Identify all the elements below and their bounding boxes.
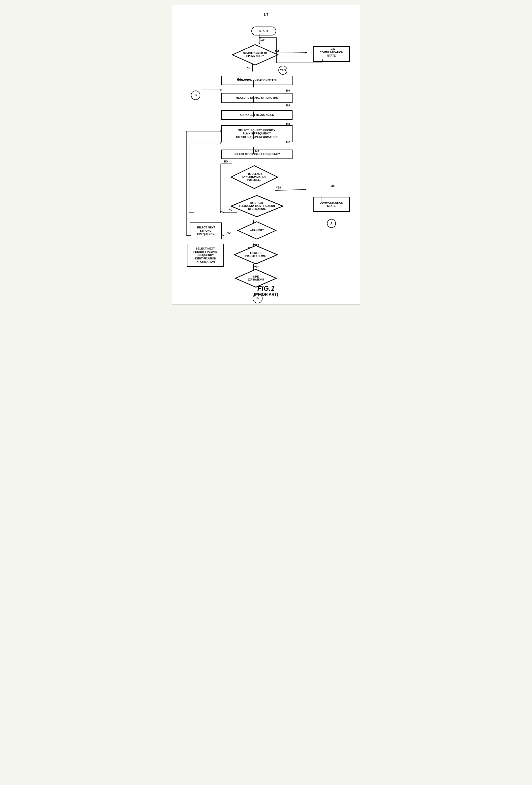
diamond-identical-freq: IDENTICALFREQUENCY IDENTIFICATIONINFORMA…	[230, 195, 284, 218]
select-sf-label: SELECT STRONGEST FREQUENCY	[234, 153, 280, 156]
start-label: START	[259, 29, 268, 32]
select-hp-label: SELECT HIGHEST-PRIORITYPLMN'S FREQUENCYI…	[236, 129, 277, 138]
svg-marker-10	[251, 70, 254, 72]
circle-b-bottom-label: B	[257, 297, 259, 300]
diamond-weakest-text: WEAKEST?	[249, 228, 264, 232]
comm-state-1: COMMUNICATIONSTATE	[313, 46, 350, 62]
diamond-weakest: WEAKEST?	[237, 221, 277, 240]
diamond-time-exp: TIMEEXPIRATION?	[235, 269, 277, 288]
svg-marker-31	[220, 211, 222, 213]
svg-marker-65	[220, 142, 222, 144]
svg-text:108: 108	[286, 104, 290, 107]
diamond-time-text: TIMEEXPIRATION?	[247, 275, 265, 282]
diamond-lowest-text: LOWEST-PRIORITY PLMN?	[245, 251, 267, 258]
select-next-priority-label: SELECT NEXTPRIORITY PLMN'SFREQUENCYIDENT…	[193, 247, 217, 263]
select-next-strong-label: SELECT NEXTSTRONGFREQUENCY	[196, 226, 215, 236]
arrange-label: ARRANGE FREQUENCIES	[240, 113, 274, 117]
circle-a-top-label: YES	[280, 69, 286, 72]
diamond-freq-sync-text: FREQUENCYSYNCHRONIZATIONPOSSIBLE?	[242, 172, 267, 182]
svg-text:NO: NO	[247, 67, 250, 70]
svg-text:116: 116	[330, 184, 335, 187]
diamond-lowest-priority: LOWEST-PRIORITY PLMN?	[234, 245, 278, 264]
select-strongest-freq: SELECT STRONGEST FREQUENCY	[221, 150, 293, 159]
circle-b-left: B	[191, 91, 200, 100]
svg-text:YES: YES	[254, 266, 259, 269]
comm-state-1-label: COMMUNICATIONSTATE	[320, 51, 343, 57]
circle-a-mid-label: A	[330, 222, 333, 225]
non-comm-label: NON-COMMUNICATION STATE	[237, 79, 277, 82]
comm-state-2: COMMUNICATIONSTATE	[313, 197, 350, 212]
circle-a-top: YES	[278, 66, 287, 75]
svg-marker-13	[220, 89, 222, 91]
circle-a-mid: A	[327, 219, 336, 228]
svg-text:NO: NO	[227, 231, 231, 234]
flowchart: 100 YES 102 NO	[177, 19, 355, 280]
page: 1/7 100 YES 102 NO	[172, 5, 360, 305]
select-next-strong: SELECT NEXTSTRONGFREQUENCY	[190, 223, 222, 239]
circle-b-left-label: B	[194, 94, 197, 97]
measure-signal: MEASURE SIGNAL STRENGTHS	[221, 93, 293, 103]
figure-caption: (PRIOR ART)	[177, 293, 355, 297]
svg-text:100: 100	[260, 39, 265, 41]
diamond-identical-text: IDENTICALFREQUENCY IDENTIFICATIONINFORMA…	[238, 201, 275, 211]
start-node: START	[251, 27, 276, 35]
svg-marker-73	[259, 37, 261, 39]
page-label: 1/7	[177, 12, 355, 17]
arrange-freq: ARRANGE FREQUENCIES	[221, 110, 293, 120]
svg-text:106: 106	[286, 89, 290, 92]
comm-state-2-label: COMMUNICATIONSTATE	[320, 201, 343, 208]
svg-line-33	[275, 189, 306, 191]
svg-marker-4	[305, 52, 307, 53]
diamond-synchronized: SYNCHRONIZED TOHPLMN CELL?	[232, 44, 278, 66]
svg-marker-15	[252, 85, 254, 87]
non-comm-state: NON-COMMUNICATION STATE	[221, 76, 293, 85]
measure-label: MEASURE SIGNAL STRENGTHS	[236, 96, 278, 99]
circle-b-bottom: B	[252, 294, 263, 303]
select-next-priority: SELECT NEXTPRIORITY PLMN'SFREQUENCYIDENT…	[187, 244, 223, 267]
diamond-synchronized-text: SYNCHRONIZED TOHPLMN CELL?	[243, 51, 268, 58]
svg-text:NO: NO	[224, 160, 228, 163]
svg-marker-44	[222, 211, 224, 213]
select-highest-priority: SELECT HIGHEST-PRIORITYPLMN'S FREQUENCYI…	[221, 125, 293, 142]
diamond-freq-sync: FREQUENCYSYNCHRONIZATIONPOSSIBLE?	[230, 165, 278, 189]
svg-marker-34	[305, 188, 307, 190]
svg-marker-51	[222, 234, 224, 236]
